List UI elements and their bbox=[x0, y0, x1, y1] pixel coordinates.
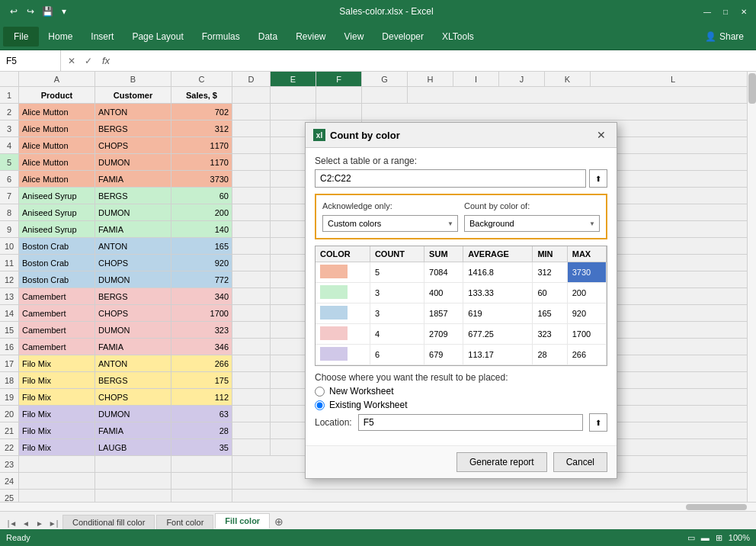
cell-F1[interactable] bbox=[316, 87, 362, 104]
range-picker-button[interactable]: ⬆ bbox=[589, 169, 607, 188]
cell-A23[interactable] bbox=[19, 456, 95, 473]
count-by-color-dialog[interactable]: xl Count by color ✕ Select a table or a … bbox=[305, 122, 617, 479]
sheet-view-pagebreak[interactable]: ⊞ bbox=[716, 533, 722, 543]
cell-B6[interactable]: FAMIA bbox=[95, 171, 171, 188]
cell-D17[interactable] bbox=[232, 355, 271, 372]
cell-B14[interactable]: CHOPS bbox=[95, 305, 171, 322]
cell-C10[interactable]: 165 bbox=[171, 238, 232, 255]
cell-A24[interactable] bbox=[19, 473, 95, 490]
cancel-formula-btn[interactable]: ✕ bbox=[64, 53, 79, 69]
name-box[interactable]: F5 bbox=[0, 50, 61, 71]
cell-A6[interactable]: Alice Mutton bbox=[19, 171, 95, 188]
cell-C22[interactable]: 35 bbox=[171, 439, 232, 456]
cell-B18[interactable]: BERGS bbox=[95, 372, 171, 389]
cell-B20[interactable]: DUMON bbox=[95, 406, 171, 422]
range-input[interactable] bbox=[315, 169, 586, 188]
menu-data[interactable]: Data bbox=[249, 27, 287, 47]
col-header-J[interactable]: J bbox=[499, 72, 545, 87]
cell-A17[interactable]: Filo Mix bbox=[19, 355, 95, 372]
cell-A19[interactable]: Filo Mix bbox=[19, 389, 95, 406]
cell-B24[interactable] bbox=[95, 473, 171, 490]
col-header-I[interactable]: I bbox=[453, 72, 499, 87]
close-button[interactable]: ✕ bbox=[738, 5, 750, 18]
cell-D16[interactable] bbox=[232, 339, 271, 355]
col-header-F[interactable]: F bbox=[316, 72, 362, 87]
cell-D3[interactable] bbox=[232, 120, 271, 137]
cell-B2[interactable]: ANTON bbox=[95, 104, 171, 120]
cell-B19[interactable]: CHOPS bbox=[95, 389, 171, 406]
cell-A16[interactable]: Camembert bbox=[19, 339, 95, 355]
menu-review[interactable]: Review bbox=[287, 27, 335, 47]
cell-A20[interactable]: Filo Mix bbox=[19, 406, 95, 422]
cell-C17[interactable]: 266 bbox=[171, 355, 232, 372]
cell-A8[interactable]: Aniseed Syrup bbox=[19, 204, 95, 221]
result-row-blue[interactable]: 3 1857 619 165 920 bbox=[316, 304, 607, 324]
cell-A13[interactable]: Camembert bbox=[19, 288, 95, 305]
cell-D19[interactable] bbox=[232, 389, 271, 406]
menu-insert[interactable]: Insert bbox=[82, 27, 123, 47]
cell-B12[interactable]: DUMON bbox=[95, 271, 171, 288]
menu-xltools[interactable]: XLTools bbox=[433, 27, 483, 47]
cell-B5[interactable]: DUMON bbox=[95, 154, 171, 171]
menu-formulas[interactable]: Formulas bbox=[193, 27, 249, 47]
col-header-B[interactable]: B bbox=[95, 72, 171, 87]
menu-home[interactable]: Home bbox=[39, 27, 82, 47]
undo-button[interactable]: ↩ bbox=[6, 4, 21, 19]
cell-C15[interactable]: 323 bbox=[171, 322, 232, 339]
result-row-salmon[interactable]: 5 7084 1416.8 312 3730 bbox=[316, 262, 607, 283]
col-header-C[interactable]: C bbox=[171, 72, 232, 87]
cell-D5[interactable] bbox=[232, 154, 271, 171]
tab-fill-color[interactable]: Fill color bbox=[215, 513, 270, 529]
cell-D10[interactable] bbox=[232, 238, 271, 255]
cell-B22[interactable]: LAUGB bbox=[95, 439, 171, 456]
cell-C5[interactable]: 1170 bbox=[171, 154, 232, 171]
cell-C7[interactable]: 60 bbox=[171, 188, 232, 204]
cell-D4[interactable] bbox=[232, 137, 271, 154]
dialog-close-button[interactable]: ✕ bbox=[594, 127, 609, 143]
cell-B11[interactable]: CHOPS bbox=[95, 255, 171, 271]
new-worksheet-label[interactable]: New Worksheet bbox=[329, 386, 393, 397]
cell-D21[interactable] bbox=[232, 422, 271, 439]
customize-button[interactable]: ▾ bbox=[56, 4, 72, 19]
cell-A12[interactable]: Boston Crab bbox=[19, 271, 95, 288]
cell-C8[interactable]: 200 bbox=[171, 204, 232, 221]
cell-D18[interactable] bbox=[232, 372, 271, 389]
redo-button[interactable]: ↪ bbox=[23, 4, 38, 19]
cell-B10[interactable]: ANTON bbox=[95, 238, 171, 255]
cell-C3[interactable]: 312 bbox=[171, 120, 232, 137]
menu-page-layout[interactable]: Page Layout bbox=[123, 27, 192, 47]
cell-C12[interactable]: 772 bbox=[171, 271, 232, 288]
acknowledge-select[interactable]: Custom colors bbox=[322, 215, 458, 232]
result-row-lavender[interactable]: 6 679 113.17 28 266 bbox=[316, 345, 607, 365]
cell-A25[interactable] bbox=[19, 490, 95, 502]
tab-conditional-fill[interactable]: Conditional fill color bbox=[62, 515, 155, 529]
cell-C16[interactable]: 346 bbox=[171, 339, 232, 355]
col-header-L[interactable]: L bbox=[591, 72, 756, 87]
cell-F2[interactable] bbox=[316, 104, 362, 120]
cell-C19[interactable]: 112 bbox=[171, 389, 232, 406]
cell-D22[interactable] bbox=[232, 439, 271, 456]
cell-D2[interactable] bbox=[232, 104, 271, 120]
cell-B1[interactable]: Customer bbox=[95, 87, 171, 104]
cell-C13[interactable]: 340 bbox=[171, 288, 232, 305]
tab-last-button[interactable]: ►| bbox=[47, 517, 59, 529]
cell-B25[interactable] bbox=[95, 490, 171, 502]
location-picker-button[interactable]: ⬆ bbox=[589, 413, 607, 432]
cell-E1[interactable] bbox=[271, 87, 316, 104]
col-header-H[interactable]: H bbox=[408, 72, 453, 87]
cell-C21[interactable]: 28 bbox=[171, 422, 232, 439]
cell-G1[interactable] bbox=[362, 87, 408, 104]
tab-next-button[interactable]: ► bbox=[34, 517, 46, 529]
col-header-G[interactable]: G bbox=[362, 72, 408, 87]
cell-A3[interactable]: Alice Mutton bbox=[19, 120, 95, 137]
new-worksheet-radio[interactable] bbox=[315, 387, 325, 397]
cell-A5[interactable]: Alice Mutton bbox=[19, 154, 95, 171]
existing-worksheet-label[interactable]: Existing Worksheet bbox=[329, 400, 408, 410]
result-row-pink[interactable]: 4 2709 677.25 323 1700 bbox=[316, 324, 607, 345]
tab-prev-button[interactable]: ◄ bbox=[20, 517, 32, 529]
cell-A11[interactable]: Boston Crab bbox=[19, 255, 95, 271]
cell-B21[interactable]: FAMIA bbox=[95, 422, 171, 439]
share-button[interactable]: 👤 Share bbox=[696, 28, 753, 45]
cell-C9[interactable]: 140 bbox=[171, 221, 232, 238]
cell-A9[interactable]: Aniseed Syrup bbox=[19, 221, 95, 238]
